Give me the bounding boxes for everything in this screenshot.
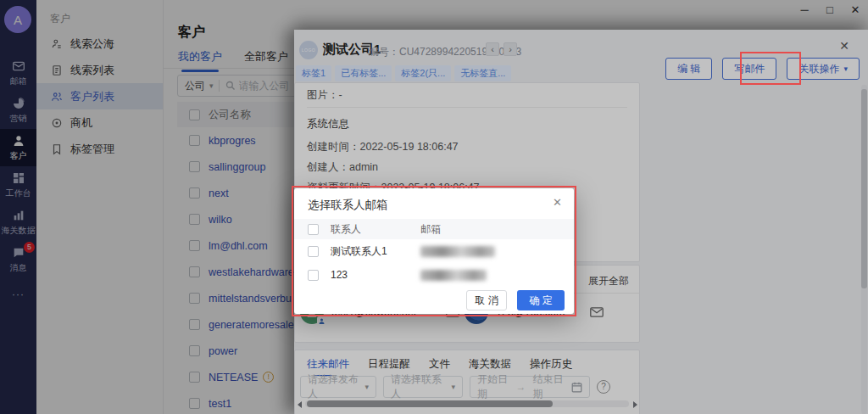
divider (219, 80, 220, 92)
row-checkbox[interactable] (189, 214, 200, 225)
sidebar-title: 客户 (50, 12, 70, 26)
company-link[interactable]: test1 (209, 398, 231, 410)
image-row: 图片：- (307, 88, 342, 103)
list-doc-icon (51, 64, 63, 76)
sidebar-item-customer-list[interactable]: 客户列表 (36, 83, 163, 109)
company-link[interactable]: westlakehardware (209, 266, 294, 278)
company-link[interactable]: sallinggroup (209, 161, 265, 173)
select-contact-email-modal: 选择联系人邮箱 ✕ 联系人 邮箱 测试联系人1 123 取 消 确 定 (294, 188, 574, 314)
tag[interactable]: 标签2(只... (395, 65, 451, 81)
tab-emails[interactable]: 往来邮件 (307, 357, 349, 372)
confirm-button[interactable]: 确 定 (517, 290, 565, 310)
cancel-button[interactable]: 取 消 (466, 290, 507, 310)
rail-item-messages[interactable]: 消息 5 (0, 241, 36, 278)
sidebar-item-label: 标签管理 (70, 142, 114, 157)
tag[interactable]: 标签1 (296, 65, 331, 81)
company-link[interactable]: generatemoresale (209, 319, 294, 331)
scrollbar-thumb[interactable] (861, 89, 867, 288)
maximize-button[interactable]: □ (824, 3, 836, 16)
avatar[interactable]: A (4, 6, 31, 33)
company-link[interactable]: NETEASE (209, 372, 258, 383)
rail-more-button[interactable]: ··· (0, 288, 36, 300)
row-checkbox[interactable] (189, 372, 200, 383)
tag[interactable]: 已有标签... (335, 65, 392, 81)
sidebar-item-lead-list[interactable]: 线索列表 (36, 57, 163, 83)
row-checkbox[interactable] (308, 270, 319, 281)
warning-icon: ! (263, 372, 274, 383)
row-checkbox[interactable] (308, 246, 319, 257)
rail-item-customs-data[interactable]: 海关数据 (0, 204, 36, 241)
close-window-button[interactable]: ✕ (849, 3, 861, 16)
company-link[interactable]: next (209, 187, 229, 199)
scrollbar-thumb[interactable] (307, 400, 553, 407)
prev-record-button[interactable]: ‹ (486, 42, 499, 56)
sender-select[interactable]: 请选择发布人▾ (300, 376, 376, 398)
rail-item-marketing[interactable]: 营销 (0, 92, 36, 129)
help-icon[interactable]: ? (597, 380, 610, 394)
search-icon (225, 81, 236, 91)
sidebar-item-tag-management[interactable]: 标签管理 (36, 136, 163, 162)
next-record-button[interactable]: › (504, 42, 517, 56)
modal-contact-row: 123 (294, 263, 574, 287)
filter-field-select[interactable]: 公司 (178, 79, 209, 93)
select-all-checkbox[interactable] (189, 109, 200, 120)
record-nav: ‹ › (486, 42, 517, 56)
scroll-right-arrow[interactable] (633, 401, 637, 408)
write-email-button[interactable]: 写邮件 (722, 58, 776, 80)
tab-customs-data[interactable]: 海关数据 (469, 357, 511, 372)
company-link[interactable]: lm@dhl.com (209, 240, 268, 252)
row-checkbox[interactable] (189, 266, 200, 277)
row-checkbox[interactable] (189, 319, 200, 330)
row-checkbox[interactable] (189, 293, 200, 304)
row-checkbox[interactable] (189, 187, 200, 199)
minimize-button[interactable]: ─ (798, 3, 810, 16)
row-checkbox[interactable] (189, 398, 200, 409)
scroll-left-arrow[interactable] (298, 401, 302, 408)
date-range-picker[interactable]: 开始日期 → 结束日期 (470, 376, 590, 398)
close-modal-icon[interactable]: ✕ (553, 196, 562, 209)
edit-button[interactable]: 编 辑 (665, 58, 712, 80)
chevron-down-icon: ▾ (209, 81, 214, 90)
row-checkbox[interactable] (189, 135, 200, 146)
contact-badge-icon (317, 316, 326, 326)
tab-my-customers[interactable]: 我的客户 (178, 49, 222, 64)
contact-placeholder: 请选择联系人 (391, 372, 451, 401)
related-actions-button[interactable]: 关联操作▾ (787, 58, 860, 80)
rail-item-customer[interactable]: 客户 (0, 129, 36, 166)
row-checkbox[interactable] (189, 345, 200, 356)
sidebar-item-label: 线索公海 (70, 36, 114, 52)
company-link[interactable]: kbprogres (209, 135, 256, 147)
arrow-right-icon: → (516, 381, 526, 393)
company-link[interactable]: wilko (209, 214, 232, 226)
contact-select[interactable]: 请选择联系人▾ (383, 376, 463, 398)
image-label: 图片： (307, 89, 339, 101)
rail-item-mail[interactable]: 邮箱 (0, 54, 36, 92)
company-link[interactable]: power (209, 345, 237, 357)
creator-label: 创建人： (307, 161, 349, 173)
tab-history[interactable]: 操作历史 (530, 357, 572, 372)
tab-files[interactable]: 文件 (429, 357, 450, 372)
tab-schedule[interactable]: 日程提醒 (368, 357, 410, 372)
send-email-icon[interactable] (590, 307, 604, 317)
tab-all-customers[interactable]: 全部客户 (244, 49, 288, 64)
row-checkbox[interactable] (189, 240, 200, 251)
expand-all-button[interactable]: 展开全部 (588, 274, 629, 288)
created-value: 2022-05-19 18:06:47 (360, 141, 459, 153)
bar-chart-icon (12, 209, 25, 222)
chevron-down-icon: ▾ (451, 383, 455, 391)
rail-item-label: 客户 (10, 150, 27, 162)
horizontal-scrollbar[interactable] (305, 400, 629, 407)
close-drawer-icon[interactable]: ✕ (839, 39, 849, 53)
pie-chart-icon (12, 97, 25, 110)
company-link[interactable]: mittelstandsverbu (209, 293, 292, 305)
people-icon (51, 91, 63, 103)
rail-item-workbench[interactable]: 工作台 (0, 166, 36, 204)
correspondence-card: 往来邮件 日程提醒 文件 海关数据 操作历史 请选择发布人▾ 请选择联系人▾ 开… (294, 350, 640, 414)
rail-item-label: 消息 (10, 262, 27, 274)
row-checkbox[interactable] (189, 161, 200, 172)
sidebar-item-opportunity[interactable]: 商机 (36, 109, 163, 136)
vertical-scrollbar[interactable] (861, 85, 867, 414)
select-all-checkbox[interactable] (308, 224, 319, 235)
tag[interactable]: 无标签直... (454, 65, 511, 81)
sidebar-item-lead-pool[interactable]: 线索公海 (36, 31, 163, 57)
